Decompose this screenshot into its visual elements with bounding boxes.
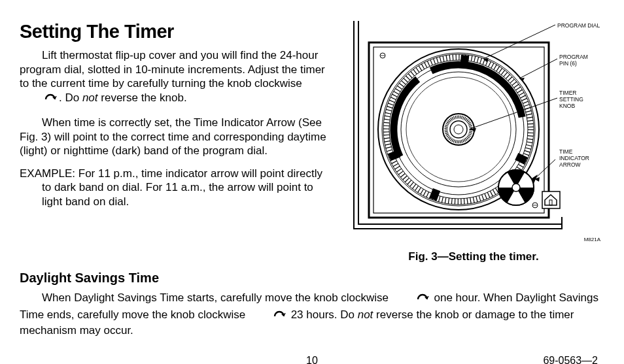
svg-rect-13 xyxy=(460,55,469,66)
model-code: M821A xyxy=(343,237,604,243)
time-indicator-wheel xyxy=(498,170,538,205)
svg-text:TIME: TIME xyxy=(559,148,573,155)
document-number: 69-0563—2 xyxy=(543,354,598,364)
paragraph-1: Lift thermostat flip-up cover and you wi… xyxy=(20,48,330,107)
svg-text:PROGRAM: PROGRAM xyxy=(559,54,588,60)
svg-line-28 xyxy=(519,59,557,78)
not-text-1: not xyxy=(82,91,98,104)
dst-paragraph: When Daylight Savings Time starts, caref… xyxy=(20,290,604,337)
svg-point-17 xyxy=(406,77,511,182)
svg-text:TIMER: TIMER xyxy=(559,90,576,96)
svg-text:KNOB: KNOB xyxy=(559,103,575,109)
para1-text-c: reverse the knob. xyxy=(98,91,187,104)
diagram-labels: PROGRAM DIAL PROGRAM PIN (6) TIMER SETTI… xyxy=(557,22,600,168)
svg-point-20 xyxy=(450,121,467,138)
svg-text:INDICATOR: INDICATOR xyxy=(559,155,589,161)
dst-text-c: 23 hours. Do xyxy=(288,308,358,321)
para1-text-b: . Do xyxy=(59,91,82,104)
clockwise-arrow-icon xyxy=(250,307,286,323)
not-text-2: not xyxy=(358,308,373,321)
house-icon xyxy=(542,191,560,208)
svg-text:PIN (6): PIN (6) xyxy=(559,60,577,67)
paragraph-2: When time is correctly set, the Time Ind… xyxy=(20,116,330,157)
svg-line-30 xyxy=(534,159,555,179)
dst-text-a: When Daylight Savings Time starts, caref… xyxy=(42,291,389,304)
example-paragraph: EXAMPLE: For 11 p.m., time indicator arr… xyxy=(20,167,330,208)
svg-text:SETTING: SETTING xyxy=(559,96,583,103)
svg-text:ARROW: ARROW xyxy=(559,161,581,168)
timer-diagram: PROGRAM DIAL PROGRAM PIN (6) TIMER SETTI… xyxy=(343,20,601,235)
page-number: 10 xyxy=(0,354,624,364)
timer-setting-knob xyxy=(443,114,474,145)
figure-caption: Fig. 3—Setting the timer. xyxy=(343,250,604,263)
para1-text-a: Lift thermostat flip-up cover and you wi… xyxy=(20,49,325,90)
svg-point-21 xyxy=(454,125,463,134)
clockwise-arrow-icon xyxy=(21,90,58,107)
dst-heading: Daylight Savings Time xyxy=(20,270,604,286)
clockwise-arrow-icon xyxy=(393,290,430,306)
svg-point-12 xyxy=(401,72,516,187)
svg-rect-15 xyxy=(429,188,440,201)
svg-text:PROGRAM DIAL: PROGRAM DIAL xyxy=(557,22,600,29)
svg-point-24 xyxy=(512,184,520,191)
page-title: Setting The Timer xyxy=(20,20,330,43)
